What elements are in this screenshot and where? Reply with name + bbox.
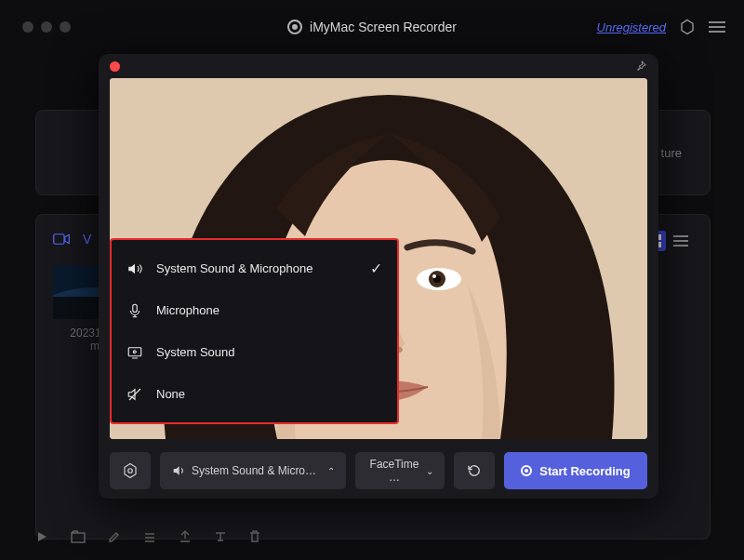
microphone-icon (126, 302, 143, 319)
start-recording-button[interactable]: Start Recording (504, 452, 647, 489)
list-view-button[interactable] (670, 231, 692, 251)
registration-link[interactable]: Unregistered (597, 20, 666, 34)
settings-icon[interactable] (679, 19, 696, 35)
folder-icon[interactable] (71, 530, 86, 543)
menu-item-label: System Sound (156, 345, 235, 359)
bottom-toolbar (35, 530, 260, 543)
recorder-controls: System Sound & Microphone ⌃ FaceTime … ⌄… (110, 452, 647, 489)
close-window[interactable] (22, 21, 33, 33)
svg-rect-0 (54, 234, 64, 245)
mute-icon (126, 386, 143, 403)
menu-icon[interactable] (709, 21, 725, 33)
svg-rect-24 (133, 304, 138, 312)
camera-source-label: FaceTime … (366, 458, 422, 484)
gear-hex-icon (122, 462, 139, 479)
export-icon[interactable] (179, 530, 192, 543)
record-icon (521, 465, 532, 476)
svg-rect-9 (673, 240, 688, 242)
menu-item-label: Microphone (156, 303, 219, 317)
chevron-down-icon: ⌄ (426, 466, 433, 476)
audio-source-dropdown[interactable]: System Sound & Microphone ⌃ (160, 452, 346, 489)
svg-rect-8 (673, 235, 688, 237)
tab-video[interactable]: V (83, 232, 91, 247)
menu-item-label: None (156, 387, 185, 401)
edit-icon[interactable] (108, 530, 121, 543)
sliders-icon[interactable] (143, 530, 156, 543)
start-recording-label: Start Recording (539, 464, 631, 478)
trash-icon[interactable] (249, 530, 260, 543)
audio-option-none[interactable]: None (112, 373, 397, 415)
play-icon[interactable] (35, 530, 48, 543)
compress-icon[interactable] (214, 530, 227, 543)
svg-point-23 (128, 469, 133, 473)
speaker-icon (171, 463, 186, 478)
speaker-waves-icon (126, 260, 143, 277)
recorder-settings-button[interactable] (110, 452, 151, 489)
chevron-up-icon: ⌃ (327, 466, 335, 476)
camera-source-dropdown[interactable]: FaceTime … ⌄ (355, 452, 445, 489)
title-bar: iMyMac Screen Recorder Unregistered (0, 0, 744, 54)
check-icon: ✓ (370, 260, 382, 277)
app-title: iMyMac Screen Recorder (310, 20, 457, 34)
svg-point-20 (432, 274, 436, 278)
maximize-window[interactable] (60, 21, 71, 33)
svg-rect-11 (72, 533, 85, 542)
menu-item-label: System Sound & Microphone (156, 261, 312, 275)
minimize-window[interactable] (41, 21, 52, 33)
undo-icon (466, 462, 483, 479)
traffic-lights[interactable] (22, 21, 71, 33)
pin-icon[interactable] (634, 60, 647, 73)
monitor-sound-icon (126, 344, 143, 361)
audio-option-microphone[interactable]: Microphone (112, 289, 397, 331)
audio-option-system-sound[interactable]: System Sound (112, 331, 397, 373)
reset-button[interactable] (454, 452, 495, 489)
svg-rect-10 (673, 245, 688, 247)
audio-source-label: System Sound & Microphone (192, 464, 322, 477)
video-icon (53, 233, 70, 246)
audio-source-menu: System Sound & Microphone ✓ Microphone S… (110, 238, 399, 424)
app-logo-icon (287, 20, 302, 34)
audio-option-system-and-mic[interactable]: System Sound & Microphone ✓ (112, 247, 397, 289)
close-recorder-button[interactable] (110, 61, 120, 72)
